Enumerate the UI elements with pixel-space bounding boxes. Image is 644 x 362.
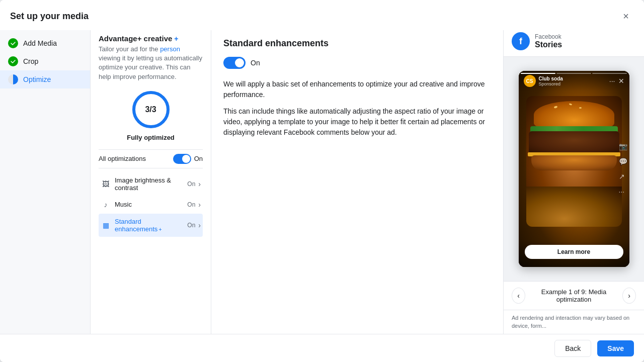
- send-icon: ↗: [619, 172, 627, 180]
- progress-value: 3/3: [145, 105, 156, 114]
- music-status: On: [187, 201, 195, 208]
- story-profile-info: Club soda Sponsored: [539, 76, 563, 86]
- story-background: [519, 71, 629, 267]
- sidebar-item-add-media[interactable]: Add Media: [0, 34, 90, 52]
- toggle-all-label: On: [194, 155, 203, 162]
- check-icon-add-media: [8, 38, 18, 48]
- advantage-panel: Advantage+ creative + Tailor your ad for…: [91, 26, 211, 334]
- sidebar-item-crop[interactable]: Crop: [0, 52, 90, 70]
- optimization-label-standard: Standard enhancements+: [115, 218, 187, 233]
- check-icon-crop: [8, 56, 18, 66]
- brightness-status: On: [187, 180, 195, 188]
- prev-button[interactable]: ‹: [512, 288, 525, 304]
- save-button[interactable]: Save: [597, 340, 634, 356]
- bun-top: [534, 101, 614, 129]
- nav-label: Example 1 of 9: Media optimization: [531, 288, 616, 303]
- story-side-icons: 📷 💬 ↗ ···: [619, 142, 627, 196]
- optimization-item-music[interactable]: ♪ Music On ›: [99, 196, 203, 214]
- standard-status: On: [187, 222, 195, 229]
- modal-title: Set up your media: [10, 11, 89, 22]
- progress-bar-3: [592, 73, 627, 74]
- progress-bar-1: [521, 73, 555, 74]
- sidebar: Add Media Crop Optimize: [0, 26, 91, 334]
- preview-platform-info: Facebook Stories: [535, 33, 562, 49]
- chevron-brightness: ›: [198, 180, 201, 188]
- facebook-logo: f: [512, 32, 530, 50]
- progress-bar-2: [556, 73, 591, 74]
- sidebar-label-crop: Crop: [23, 57, 38, 65]
- preview-nav: ‹ Example 1 of 9: Media optimization ›: [504, 281, 644, 310]
- back-button[interactable]: Back: [554, 340, 591, 357]
- progress-icon-optimize: [8, 74, 18, 84]
- modal-header: Set up your media ×: [0, 0, 644, 30]
- advantage-description: Tailor your ad for the person viewing it…: [99, 45, 203, 81]
- learn-more-button[interactable]: Learn more: [525, 245, 623, 259]
- camera-icon: 📷: [619, 142, 627, 150]
- sidebar-item-optimize[interactable]: Optimize: [0, 70, 90, 88]
- standard-plus: +: [158, 226, 162, 232]
- fries-area: [526, 187, 622, 227]
- fully-optimized-label: Fully optimized: [127, 134, 175, 141]
- story-close-icon[interactable]: ✕: [618, 77, 624, 85]
- story-bg-gradient: [519, 71, 629, 267]
- sidebar-label-optimize: Optimize: [23, 75, 51, 83]
- description-1: We will apply a basic set of enhancement…: [223, 79, 491, 100]
- dots-icon: ···: [619, 188, 627, 196]
- preview-header: f Facebook Stories: [504, 26, 644, 57]
- all-optimizations-row: All optimizations On: [99, 149, 203, 168]
- optimization-item-brightness[interactable]: 🖼 Image brightness & contrast On ›: [99, 172, 203, 196]
- chevron-music: ›: [198, 201, 201, 209]
- bun-bottom: [531, 155, 617, 170]
- preview-platform-label: Facebook: [535, 33, 562, 40]
- preview-image-container: CS Club soda Sponsored ··· ✕: [504, 57, 644, 281]
- comment-icon: 💬: [619, 157, 627, 165]
- all-optimizations-label: All optimizations: [99, 155, 146, 162]
- optimization-item-standard[interactable]: ▦ Standard enhancements+ On ›: [99, 214, 203, 237]
- standard-icon: ▦: [101, 220, 111, 230]
- close-icon[interactable]: ×: [618, 8, 634, 24]
- sidebar-label-add-media: Add Media: [23, 39, 57, 47]
- modal-footer: Back Save: [0, 334, 644, 362]
- music-icon: ♪: [101, 200, 111, 210]
- optimization-label-brightness: Image brightness & contrast: [115, 176, 187, 192]
- story-avatar: CS: [524, 75, 536, 87]
- story-sponsored-label: Sponsored: [539, 81, 563, 86]
- person-link[interactable]: person: [160, 45, 180, 53]
- preview-disclaimer: Ad rendering and interaction may vary ba…: [504, 310, 644, 334]
- progress-container: 3/3 Fully optimized: [99, 89, 203, 141]
- modal: Set up your media × Add Media Cro: [0, 0, 644, 362]
- brightness-icon: 🖼: [101, 179, 111, 189]
- story-actions: ··· ✕: [609, 77, 624, 85]
- standard-toggle-label: On: [251, 59, 260, 67]
- description-2: This can include things like automatical…: [223, 106, 491, 138]
- preview-panel: f Facebook Stories: [503, 26, 644, 334]
- story-progress-bars: [521, 73, 627, 74]
- story-profile-name: Club soda: [539, 76, 563, 81]
- next-button[interactable]: ›: [622, 288, 636, 304]
- patty: [529, 131, 619, 154]
- preview-type-label: Stories: [535, 40, 562, 49]
- circle-progress: 3/3: [131, 89, 171, 130]
- toggle-row: On: [223, 57, 491, 69]
- phone-mockup: CS Club soda Sponsored ··· ✕: [519, 71, 629, 267]
- toggle-all[interactable]: [173, 154, 191, 164]
- standard-toggle[interactable]: [223, 57, 246, 69]
- chevron-standard: ›: [198, 221, 201, 229]
- modal-body: Add Media Crop Optimize Advantage+ creat…: [0, 26, 644, 334]
- main-content: Standard enhancements On We will apply a…: [211, 26, 503, 334]
- advantage-title: Advantage+ creative +: [99, 34, 203, 43]
- burger-visual: [526, 96, 622, 227]
- story-header: CS Club soda Sponsored ··· ✕: [519, 71, 629, 91]
- sesame-3: [579, 107, 582, 109]
- story-profile: CS Club soda Sponsored: [524, 75, 563, 87]
- story-more-icon[interactable]: ···: [609, 77, 615, 85]
- all-optimizations-toggle[interactable]: On: [173, 154, 203, 164]
- optimization-label-music: Music: [115, 201, 187, 208]
- standard-enhancements-title: Standard enhancements: [223, 38, 491, 49]
- advantage-plus-icon: +: [174, 35, 178, 43]
- story-bottom: Learn more: [519, 241, 629, 267]
